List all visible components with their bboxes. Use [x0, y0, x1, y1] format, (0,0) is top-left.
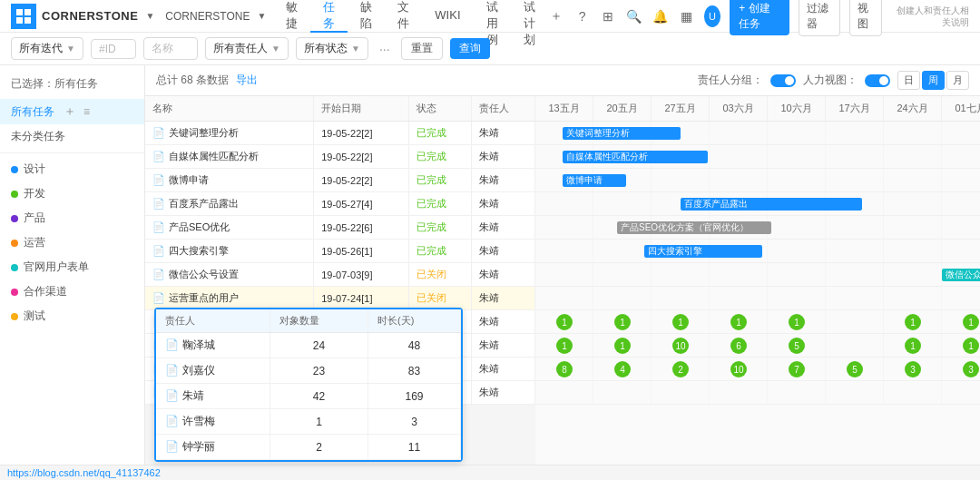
cell-assignee: 朱靖	[472, 122, 535, 145]
iteration-select[interactable]: 所有迭代 ▼	[11, 37, 83, 60]
iteration-arrow: ▼	[66, 44, 75, 54]
sidebar-item-unclassified[interactable]: 未分类任务	[0, 124, 144, 149]
gantt-cell	[884, 122, 942, 144]
nav-item-测试计划[interactable]: 测试计划	[511, 0, 548, 33]
group-label: 官网用户表单	[24, 260, 89, 275]
gantt-cell	[826, 287, 884, 309]
id-input[interactable]: #ID	[91, 39, 136, 59]
gantt-cell	[535, 240, 593, 262]
cell-date: 19-05-27[4]	[314, 192, 408, 216]
gantt-cell	[884, 216, 942, 239]
cell-assignee: 朱靖	[472, 145, 535, 169]
assignee-select[interactable]: 所有责任人 ▼	[205, 37, 289, 60]
header-right: ＋ ? ⊞ 🔍 🔔 ▦ U + 创建任务 过滤器 视图 创建人和责任人相关说明	[548, 0, 970, 36]
total-count: 总计 68 条数据	[156, 73, 229, 88]
table-row[interactable]: 📄微博申请 19-05-22[2] 已完成 朱靖	[145, 169, 535, 192]
sidebar-group-运营[interactable]: 运营	[0, 230, 144, 255]
sidebar-group-测试[interactable]: 测试	[0, 304, 144, 328]
reset-button[interactable]: 重置	[401, 37, 443, 60]
export-link[interactable]: 导出	[236, 73, 258, 88]
sidebar-group-官网用户表单[interactable]: 官网用户表单	[0, 255, 144, 279]
nav-item-敏捷[interactable]: 敏捷	[273, 0, 310, 33]
grid-icon[interactable]: ⊞	[600, 5, 617, 27]
summary-row[interactable]: 📄朱靖 42 169	[156, 384, 461, 409]
sidebar-group-设计[interactable]: 设计	[0, 157, 144, 181]
cell-assignee: 朱靖	[472, 287, 535, 310]
avatar[interactable]: U	[704, 5, 721, 27]
gantt-cell	[593, 263, 652, 286]
filter-button[interactable]: 过滤器	[799, 0, 840, 36]
gantt-row	[535, 287, 980, 310]
help-icon[interactable]: ?	[573, 5, 591, 27]
gantt-cell	[942, 145, 980, 168]
sum-cell-assignee: 📄许雪梅	[156, 409, 270, 435]
gantt-cell	[768, 169, 826, 191]
table-row[interactable]: 📄微信公众号设置 19-07-03[9] 已关闭 朱靖	[145, 263, 535, 287]
sum-cell-count: 2	[270, 435, 368, 460]
cell-date: 19-07-03[9]	[314, 263, 408, 287]
group-dot	[11, 215, 18, 222]
table-row[interactable]: 📄四大搜索引擎 19-05-26[1] 已完成 朱靖	[145, 240, 535, 263]
sidebar-group-产品[interactable]: 产品	[0, 206, 144, 230]
plus-icon[interactable]: ＋	[548, 5, 565, 27]
search-icon[interactable]: 🔍	[626, 5, 643, 27]
cell-name: 📄四大搜索引擎	[145, 240, 314, 263]
bell-icon[interactable]: 🔔	[652, 5, 669, 27]
summary-row[interactable]: 📄鞠泽城 24 48	[156, 333, 461, 358]
gantt-cell	[768, 145, 826, 168]
gantt-container: 13五月20五月27五月03六月10六月17六月24六月01七月08七月15七月…	[535, 96, 980, 405]
more-filters[interactable]: ···	[376, 42, 394, 56]
resource-toggle[interactable]	[865, 74, 890, 87]
view-button[interactable]: 视图	[849, 0, 883, 36]
sum-cell-assignee: 📄鞠泽城	[156, 333, 270, 358]
layout-icon[interactable]: ▦	[678, 5, 695, 27]
add-task-icon[interactable]: ＋	[64, 103, 76, 120]
sidebar-item-all-tasks[interactable]: 所有任务 ＋ ≡	[0, 99, 144, 124]
nav-item-测试用例[interactable]: 测试用例	[474, 0, 511, 33]
gantt-cell	[826, 145, 884, 168]
sum-col-days: 时长(天)	[368, 309, 461, 333]
summary-row[interactable]: 📄钟学丽 2 11	[156, 435, 461, 460]
sum-cell-count: 24	[270, 333, 368, 358]
nav-item-WIKI[interactable]: WIKI	[422, 0, 473, 33]
cell-status: 已完成	[408, 145, 472, 169]
create-task-button[interactable]: + 创建任务	[730, 0, 789, 35]
gantt-cell	[710, 263, 768, 286]
query-button[interactable]: 查询	[450, 38, 490, 59]
sidebar-group-开发[interactable]: 开发	[0, 181, 144, 206]
table-row[interactable]: 📄产品SEO优化 19-05-22[6] 已完成 朱靖	[145, 216, 535, 240]
doc-icon: 📄	[152, 151, 165, 162]
name-input[interactable]: 名称	[143, 37, 198, 60]
nav-item-任务[interactable]: 任务	[310, 0, 348, 33]
table-row[interactable]: 📄百度系产品露出 19-05-27[4] 已完成 朱靖	[145, 192, 535, 216]
summary-row[interactable]: 📄刘嘉仪 23 83	[156, 358, 461, 384]
sum-cell-assignee: 📄朱靖	[156, 384, 270, 409]
logo-box: CORNERSTONE ▼ CORNERSTONE ▼	[11, 4, 266, 29]
svg-rect-2	[16, 17, 23, 24]
gantt-col-header: 10六月	[768, 96, 826, 121]
time-btn-月[interactable]: 月	[946, 71, 969, 90]
circle-badge: 1	[556, 338, 573, 354]
status-arrow: ▼	[351, 44, 360, 54]
gantt-cell	[652, 263, 710, 286]
status-select[interactable]: 所有状态 ▼	[296, 37, 368, 60]
menu-icon[interactable]: ≡	[83, 105, 90, 118]
table-row[interactable]: 📄关键词整理分析 19-05-22[2] 已完成 朱靖	[145, 122, 535, 145]
assignee-toggle[interactable]	[770, 74, 796, 87]
gantt-col-header: 13五月	[535, 96, 593, 121]
toggle-knob	[785, 76, 794, 85]
table-row[interactable]: 📄自媒体属性匹配分析 19-05-22[2] 已完成 朱靖	[145, 145, 535, 169]
sum-cell-count: 42	[270, 384, 368, 409]
gantt-cell	[884, 263, 942, 286]
time-btn-日[interactable]: 日	[897, 71, 920, 90]
sidebar-group-合作渠道[interactable]: 合作渠道	[0, 279, 144, 304]
time-btn-周[interactable]: 周	[922, 71, 945, 90]
sidebar-groups: 设计开发产品运营官网用户表单合作渠道测试	[0, 157, 144, 328]
summary-table: 责任人 对象数量 时长(天) 📄鞠泽城 24 48 📄刘嘉仪 23 83 📄朱靖…	[156, 309, 461, 460]
gantt-cell	[884, 240, 942, 262]
cell-status: 已完成	[408, 240, 472, 263]
summary-row[interactable]: 📄许雪梅 1 3	[156, 409, 461, 435]
nav-item-缺陷[interactable]: 缺陷	[348, 0, 385, 33]
nav-item-文件[interactable]: 文件	[385, 0, 422, 33]
table-row[interactable]: 📄运营重点的用户 19-07-24[1] 已关闭 朱靖	[145, 287, 535, 310]
